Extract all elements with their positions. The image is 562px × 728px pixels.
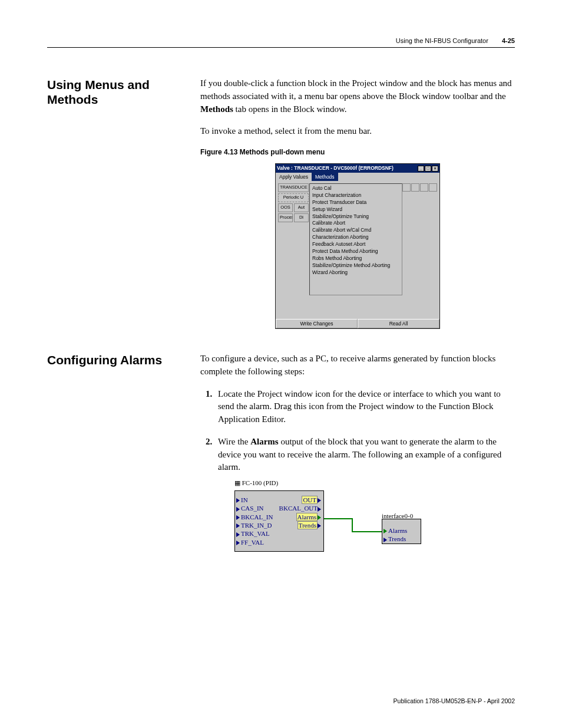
function-block-diagram: ▦ FC-100 (PID) INOUT CAS_INBKCAL_OUT BKC…	[234, 479, 515, 567]
method-item[interactable]: Characterization Aborting	[310, 234, 402, 241]
method-item[interactable]: Input Characterization	[310, 192, 402, 199]
running-head: Using the NI-FBUS Configurator 4-25	[396, 37, 515, 44]
dialog-titlebar: Valve : TRANSDUCER - DVC5000f (ERRORDSNF…	[276, 164, 439, 172]
header-rule: Using the NI-FBUS Configurator 4-25	[47, 47, 515, 48]
fb-title-text: FC-100 (PID)	[242, 479, 278, 486]
para-menus-2: To invoke a method, select it from the m…	[200, 125, 515, 138]
para-menus-1: If you double-click a function block in …	[200, 77, 515, 116]
step-1: Locate the Project window icon for the d…	[214, 388, 515, 426]
step-bold: Alarms	[250, 437, 279, 446]
step-text: Wire the	[218, 437, 250, 446]
port-trk-val: TRK_VAL	[241, 530, 270, 537]
tab-oos[interactable]: OOS	[278, 203, 293, 212]
dialog-title: Valve : TRANSDUCER - DVC5000f (ERRORDSNF…	[277, 164, 394, 172]
menu-methods[interactable]: Methods	[312, 173, 338, 181]
method-item[interactable]: Calibrate Abort w/Cal Cmd	[310, 227, 402, 234]
toolbar-icon[interactable]	[420, 183, 428, 192]
method-item[interactable]: Robs Method Aborting	[310, 255, 402, 262]
publication-footer: Publication 1788-UM052B-EN-P - April 200…	[394, 697, 515, 704]
port-alarms: Alarms	[296, 513, 318, 521]
port-in: IN	[241, 496, 248, 503]
port-bkcal-out: BKCAL_OUT	[279, 505, 318, 512]
header-title: Using the NI-FBUS Configurator	[396, 37, 488, 44]
tab-transducer[interactable]: TRANSDUCE	[278, 183, 309, 192]
toolbar-icon[interactable]	[429, 183, 437, 192]
heading-menus-methods: Using Menus and Methods	[47, 77, 200, 335]
figure-caption: Figure 4.13 Methods pull-down menu	[200, 147, 515, 157]
method-item[interactable]: Stabilize/Optimize Tuning	[310, 213, 402, 220]
method-item[interactable]: Protect Transducer Data	[310, 199, 402, 206]
page-number: 4-25	[502, 37, 515, 44]
para-alarms-intro: To configure a device, such as a PC, to …	[200, 353, 515, 378]
port-trends: Trends	[297, 521, 318, 529]
para-text: tab opens in the Block window.	[233, 104, 347, 114]
dialog-left-panel: TRANSDUCE Periodic U OOS Aut Process Di	[278, 183, 309, 295]
minimize-icon[interactable]: _	[418, 166, 424, 172]
if-port-alarms: Alarms	[388, 527, 407, 534]
write-changes-button[interactable]: Write Changes	[276, 319, 358, 328]
method-item[interactable]: Calibrate Abort	[310, 220, 402, 227]
fb-block: INOUT CAS_INBKCAL_OUT BKCAL_INAlarms TRK…	[234, 490, 324, 552]
dialog-toolbar-icons	[402, 183, 437, 192]
port-bkcal-in: BKCAL_IN	[241, 513, 273, 521]
close-icon[interactable]: ×	[432, 166, 438, 172]
read-all-button[interactable]: Read All	[358, 319, 439, 328]
method-item[interactable]: Setup Wizard	[310, 206, 402, 213]
tab-aut[interactable]: Aut	[294, 203, 309, 212]
method-item[interactable]: Stabilize/Optimize Method Aborting	[310, 262, 402, 269]
tab-process[interactable]: Process	[278, 213, 293, 222]
maximize-icon[interactable]: □	[425, 166, 431, 172]
port-ff-val: FF_VAL	[241, 539, 264, 546]
method-item[interactable]: Protect Data Method Aborting	[310, 248, 402, 255]
dialog-menubar: Apply Values Methods	[276, 173, 439, 181]
if-port-trends: Trends	[388, 535, 406, 542]
method-item[interactable]: Wizard Aborting	[310, 269, 402, 276]
interface-block: Alarms Trends	[382, 519, 421, 544]
para-bold: Methods	[200, 104, 233, 114]
para-text: If you double-click a function block in …	[200, 78, 512, 101]
fb-title: ▦ FC-100 (PID)	[234, 479, 278, 486]
methods-dialog: Valve : TRANSDUCER - DVC5000f (ERRORDSNF…	[275, 163, 440, 329]
port-trk-in-d: TRK_IN_D	[241, 522, 272, 529]
method-item[interactable]: Feedback Autoset Abort	[310, 241, 402, 248]
toolbar-icon[interactable]	[402, 183, 411, 192]
port-out: OUT	[302, 496, 318, 504]
step-2: Wire the Alarms output of the block that…	[214, 436, 515, 567]
heading-configuring-alarms: Configuring Alarms	[47, 353, 200, 577]
port-cas-in: CAS_IN	[241, 505, 264, 512]
method-item[interactable]: Auto Cal	[310, 185, 402, 192]
toolbar-icon[interactable]	[411, 183, 419, 192]
methods-dropdown[interactable]: Auto Cal Input Characterization Protect …	[309, 183, 402, 295]
tab-periodic[interactable]: Periodic U	[278, 193, 309, 202]
menu-apply-values[interactable]: Apply Values	[276, 173, 312, 181]
tab-di[interactable]: Di	[294, 213, 309, 222]
